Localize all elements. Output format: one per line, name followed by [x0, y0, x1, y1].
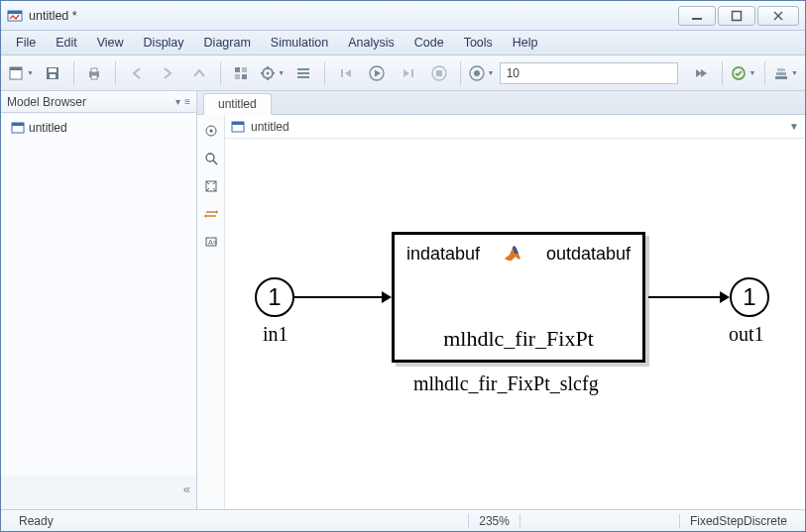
- fit-view-icon[interactable]: [201, 176, 221, 196]
- menu-tools[interactable]: Tools: [455, 34, 502, 52]
- svg-rect-12: [91, 68, 97, 72]
- svg-rect-3: [733, 11, 742, 20]
- breadcrumb-dropdown-icon[interactable]: ▼: [789, 121, 799, 132]
- collapse-sidebar-button[interactable]: «: [1, 476, 196, 509]
- app-window: untitled * File Edit View Display Diagra…: [0, 0, 806, 532]
- diagram-canvas[interactable]: 1 in1 indatabuf: [225, 139, 805, 509]
- svg-rect-25: [297, 72, 309, 74]
- model-icon: [11, 121, 25, 135]
- tab-untitled[interactable]: untitled: [203, 93, 272, 115]
- annotation-icon[interactable]: A≡: [201, 232, 221, 252]
- menu-analysis[interactable]: Analysis: [339, 34, 403, 52]
- print-button[interactable]: [81, 59, 109, 87]
- inport-label: in1: [263, 323, 288, 346]
- editor-body: A≡ untitled ▼ 1: [197, 115, 805, 509]
- window-title: untitled *: [29, 9, 77, 23]
- separator: [460, 61, 461, 85]
- matlab-function-block[interactable]: indatabuf outdatabuf mlhdlc_fir_FixPt: [392, 232, 645, 363]
- record-button[interactable]: ▼: [468, 59, 496, 87]
- zoom-fit-icon[interactable]: [201, 149, 221, 168]
- step-forward-button[interactable]: [395, 59, 422, 87]
- svg-point-19: [267, 71, 270, 74]
- outport-number: 1: [743, 283, 755, 311]
- model-browser-header: Model Browser ▾ ≡: [1, 91, 196, 113]
- tree-item-label: untitled: [29, 121, 67, 135]
- menu-view[interactable]: View: [88, 34, 133, 52]
- model-explorer-button[interactable]: [290, 59, 318, 87]
- menu-file[interactable]: File: [7, 34, 45, 52]
- svg-line-48: [213, 160, 217, 164]
- status-zoom[interactable]: 235%: [469, 514, 519, 528]
- forward-button[interactable]: [155, 59, 182, 87]
- tree-item-root[interactable]: untitled: [7, 119, 190, 137]
- block-function-name: mlhdlc_fir_FixPt: [395, 326, 642, 352]
- svg-rect-17: [242, 74, 247, 79]
- matlab-icon: [503, 243, 524, 265]
- inport-block[interactable]: 1: [255, 277, 294, 317]
- separator: [324, 61, 325, 85]
- svg-marker-38: [701, 69, 707, 77]
- app-icon: [7, 8, 23, 24]
- minimize-button[interactable]: [678, 6, 716, 26]
- close-button[interactable]: [757, 6, 799, 26]
- svg-rect-16: [235, 74, 240, 79]
- svg-marker-52: [216, 210, 218, 214]
- menu-bar: File Edit View Display Diagram Simulatio…: [1, 31, 805, 55]
- outport-block[interactable]: 1: [730, 277, 769, 317]
- wire-in: [294, 296, 384, 298]
- stop-button[interactable]: [426, 59, 454, 87]
- svg-rect-10: [50, 74, 56, 78]
- breadcrumb-label[interactable]: untitled: [251, 120, 289, 134]
- separator: [220, 61, 221, 85]
- status-solver[interactable]: FixedStepDiscrete: [680, 514, 797, 528]
- sample-time-icon[interactable]: [201, 204, 221, 224]
- update-diagram-button[interactable]: ▼: [730, 59, 757, 87]
- menu-help[interactable]: Help: [504, 34, 547, 52]
- nav-target-icon[interactable]: [201, 121, 221, 141]
- svg-marker-30: [375, 69, 381, 76]
- separator: [722, 61, 723, 85]
- status-ready: Ready: [9, 514, 63, 528]
- svg-point-46: [209, 130, 212, 133]
- svg-marker-31: [403, 69, 409, 77]
- model-config-button[interactable]: ▼: [259, 59, 287, 87]
- menu-edit[interactable]: Edit: [47, 34, 86, 52]
- maximize-button[interactable]: [718, 6, 755, 26]
- canvas-wrap: untitled ▼ 1 in1: [225, 115, 805, 509]
- svg-rect-1: [8, 11, 22, 14]
- menu-code[interactable]: Code: [405, 34, 453, 52]
- svg-rect-24: [297, 68, 309, 70]
- fast-restart-button[interactable]: [688, 59, 716, 87]
- model-tree[interactable]: untitled: [1, 113, 196, 476]
- svg-marker-28: [345, 69, 351, 77]
- simulation-time-field[interactable]: 10: [500, 62, 678, 84]
- svg-rect-40: [775, 76, 787, 79]
- library-browser-button[interactable]: [228, 59, 256, 87]
- svg-rect-57: [232, 122, 244, 125]
- svg-marker-53: [204, 214, 206, 218]
- svg-rect-32: [411, 69, 413, 77]
- up-button[interactable]: [185, 59, 213, 87]
- breadcrumb-bar: untitled ▼: [225, 115, 805, 139]
- menu-icon[interactable]: ≡: [184, 96, 190, 107]
- back-button[interactable]: [123, 59, 151, 87]
- menu-simulation[interactable]: Simulation: [262, 34, 337, 52]
- canvas-gutter: A≡: [197, 115, 225, 509]
- editor-area: untitled A≡ untitled: [197, 91, 805, 509]
- run-button[interactable]: [364, 59, 392, 87]
- svg-rect-42: [777, 68, 785, 71]
- outport-label: out1: [729, 323, 764, 346]
- new-model-button[interactable]: ▼: [7, 59, 35, 87]
- save-button[interactable]: [39, 59, 66, 87]
- model-browser-title: Model Browser: [7, 95, 86, 109]
- inport-number: 1: [268, 283, 281, 311]
- wire-out: [648, 296, 722, 298]
- pin-icon[interactable]: ▾: [175, 96, 180, 107]
- svg-rect-9: [49, 68, 57, 72]
- step-back-button[interactable]: [332, 59, 360, 87]
- model-browser-panel: Model Browser ▾ ≡ untitled «: [1, 91, 197, 509]
- svg-rect-15: [242, 67, 247, 72]
- build-button[interactable]: ▼: [772, 59, 800, 87]
- menu-display[interactable]: Display: [135, 34, 193, 52]
- menu-diagram[interactable]: Diagram: [195, 34, 260, 52]
